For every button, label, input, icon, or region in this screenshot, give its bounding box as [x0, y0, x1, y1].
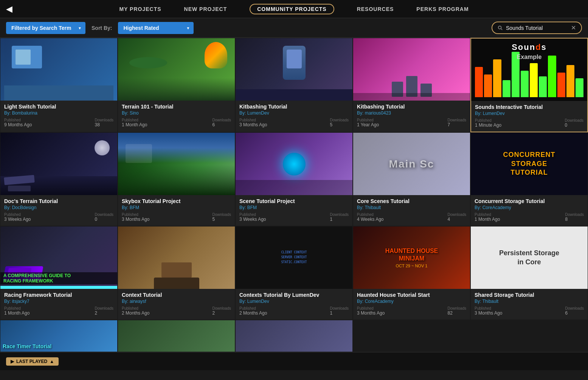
card-author-15: By: Thibault — [475, 299, 584, 304]
nav-resources[interactable]: RESOURCES — [357, 6, 394, 12]
search-input[interactable] — [506, 25, 566, 31]
project-card-8[interactable]: Scene Tutorial Project By: BFM Published… — [235, 132, 353, 226]
sound-bar — [503, 80, 510, 97]
card-author-6: By: DocBdesign — [4, 205, 113, 210]
card-title-9: Core Scenes Tutorial — [357, 198, 466, 204]
sound-bar — [521, 71, 529, 97]
card-thumbnail-11: A COMPREHENSIVE GUIDE TORACING FRAMEWORK — [0, 226, 117, 289]
card-title-15: Shared Storage Tutorial — [475, 292, 584, 298]
card-thumbnail-14: HAUNTED HOUSEMINIJAM OCT 29 ~ NOV 1 — [353, 226, 470, 289]
nav-community-projects[interactable]: COMMUNITY PROJECTS — [250, 4, 334, 14]
card-thumbnail-4 — [353, 38, 470, 101]
card-thumbnail-5: Sounds Example — [471, 39, 587, 101]
card-author-3: By: LumenDev — [239, 110, 349, 116]
card-info-5: Sounds Interactive Tutorial By: LumenDev… — [471, 101, 587, 132]
card-info-15: Shared Storage Tutorial By: Thibault Pub… — [471, 289, 588, 320]
card-author-4: By: marious0423 — [357, 110, 466, 116]
card-author-12: By: airwaysf — [122, 299, 231, 304]
nav-my-projects[interactable]: MY PROJECTS — [119, 6, 161, 12]
card-title-5: Sounds Interactive Tutorial — [475, 104, 583, 110]
card-meta-11: Published 1 Month Ago Downloads 2 — [4, 306, 113, 316]
card-info-3: Kitbashing Tutorial By: LumenDev Publish… — [236, 101, 352, 131]
last-played-label: LAST PLAYED — [16, 359, 47, 364]
nav-links-container: MY PROJECTS NEW PROJECT COMMUNITY PROJEC… — [119, 4, 469, 14]
card-meta-5: Published 1 Minute Ago Downloads 0 — [475, 118, 583, 128]
project-card-11[interactable]: A COMPREHENSIVE GUIDE TORACING FRAMEWORK… — [0, 226, 118, 320]
sort-dropdown-wrapper: Highest Rated — [118, 22, 194, 34]
sort-dropdown[interactable]: Highest Rated — [118, 22, 194, 34]
card-title-4: Kitbashing Tutorial — [357, 104, 466, 110]
card-meta-1: Published 9 Months Ago Downloads 38 — [4, 118, 113, 127]
card-title-7: Skybox Tutorial Project — [122, 198, 231, 204]
bottom-bar: ▶ LAST PLAYED ▲ — [0, 352, 588, 370]
card-info-12: Context Tutorial By: airwaysf Published … — [118, 289, 235, 320]
card-thumbnail-1 — [0, 38, 117, 101]
project-card-3[interactable]: Kitbashing Tutorial By: LumenDev Publish… — [235, 38, 353, 132]
card-author-8: By: BFM — [239, 205, 349, 210]
project-card-12[interactable]: Context Tutorial By: airwaysf Published … — [118, 226, 235, 320]
card-title-14: Haunted House Tutorial Start — [357, 292, 466, 298]
card-author-9: By: Thibault — [357, 205, 466, 210]
card-thumbnail-12 — [118, 226, 235, 289]
card-info-4: Kitbashing Tutorial By: marious0423 Publ… — [353, 101, 470, 131]
filter-dropdown[interactable]: Filtered by Search Term — [6, 22, 85, 34]
partial-card-3[interactable] — [235, 320, 353, 352]
svg-line-1 — [501, 28, 503, 30]
sound-bar — [493, 59, 501, 97]
sound-bar — [576, 78, 583, 97]
search-clear-button[interactable]: ✕ — [571, 24, 576, 31]
card-title-10: Concurrent Storage Tutorial — [475, 198, 584, 204]
project-card-4[interactable]: Kitbashing Tutorial By: marious0423 Publ… — [353, 38, 470, 132]
last-played-badge[interactable]: ▶ LAST PLAYED ▲ — [6, 357, 59, 366]
card-meta-12: Published 2 Months Ago Downloads 2 — [122, 306, 231, 316]
project-card-7[interactable]: Skybox Tutorial Project By: BFM Publishe… — [118, 132, 235, 226]
card-meta-14: Published 3 Months Ago Downloads 82 — [357, 306, 466, 316]
card-author-14: By: CoreAcademy — [357, 299, 466, 304]
search-icon — [498, 25, 503, 31]
card-info-7: Skybox Tutorial Project By: BFM Publishe… — [118, 195, 235, 226]
card-thumbnail-6 — [0, 133, 117, 195]
card-info-9: Core Scenes Tutorial By: Thibault Publis… — [353, 195, 470, 226]
card-info-2: Terrain 101 - Tutorial By: Sino Publishe… — [118, 101, 235, 131]
project-card-14[interactable]: HAUNTED HOUSEMINIJAM OCT 29 ~ NOV 1 Haun… — [353, 226, 470, 320]
card-author-2: By: Sino — [122, 110, 231, 116]
partial-card-4[interactable] — [353, 320, 470, 352]
sound-bar — [530, 63, 538, 97]
project-card-2[interactable]: Terrain 101 - Tutorial By: Sino Publishe… — [118, 38, 235, 132]
card-info-14: Haunted House Tutorial Start By: CoreAca… — [353, 289, 470, 320]
card-title-3: Kitbashing Tutorial — [239, 104, 349, 110]
project-card-10[interactable]: CONCURRENTSTORAGETUTORIAL Concurrent Sto… — [470, 132, 588, 226]
partial-card-2[interactable] — [118, 320, 235, 352]
sound-bar — [539, 76, 547, 97]
card-thumbnail-3 — [236, 38, 352, 101]
sound-bar — [548, 56, 556, 97]
card-title-1: Light Switch Tutorial — [4, 104, 113, 110]
card-meta-15: Published 3 Months Ago Downloads 6 — [475, 306, 584, 316]
card-info-13: Contexts Tutorial By LumenDev By: LumenD… — [236, 289, 352, 320]
sound-bar — [557, 73, 565, 97]
card-meta-10: Published 1 Month Ago Downloads 8 — [475, 212, 584, 222]
card-title-13: Contexts Tutorial By LumenDev — [239, 292, 349, 298]
project-card-5[interactable]: Sounds Example Sounds Interactive Tutori… — [470, 38, 588, 132]
filter-dropdown-wrapper: Filtered by Search Term — [6, 22, 85, 34]
card-thumbnail-2 — [118, 38, 235, 101]
partial-card-5[interactable] — [470, 320, 588, 352]
card-author-10: By: CoreAcademy — [475, 205, 584, 210]
card-author-7: By: BFM — [122, 205, 231, 210]
project-card-6[interactable]: Doc's Terrain Tutorial By: DocBdesign Pu… — [0, 132, 118, 226]
partial-card-1[interactable]: Race Timer Tutorial — [0, 320, 118, 352]
card-title-12: Context Tutorial — [122, 292, 231, 298]
card-meta-8: Published 3 Weeks Ago Downloads 1 — [239, 212, 349, 222]
project-card-9[interactable]: Main Sc Core Scenes Tutorial By: Thibaul… — [353, 132, 470, 226]
nav-new-project[interactable]: NEW PROJECT — [184, 6, 227, 12]
nav-perks-program[interactable]: PERKS PROGRAM — [416, 6, 469, 12]
back-button[interactable]: ◀ — [6, 4, 12, 14]
sort-by-label: Sort By: — [92, 25, 112, 31]
card-meta-7: Published 3 Months Ago Downloads 5 — [122, 212, 231, 222]
project-card-15[interactable]: Persistent Storagein Core Shared Storage… — [470, 226, 588, 320]
project-card-13[interactable]: CLIENT CONTEXTSERVER CONTEXTSTATIC.CONTE… — [235, 226, 353, 320]
card-thumbnail-10: CONCURRENTSTORAGETUTORIAL — [471, 133, 588, 195]
card-author-1: By: Bombalurina — [4, 110, 113, 116]
project-card-1[interactable]: Light Switch Tutorial By: Bombalurina Pu… — [0, 38, 118, 132]
card-thumbnail-13: CLIENT CONTEXTSERVER CONTEXTSTATIC.CONTE… — [236, 226, 352, 289]
